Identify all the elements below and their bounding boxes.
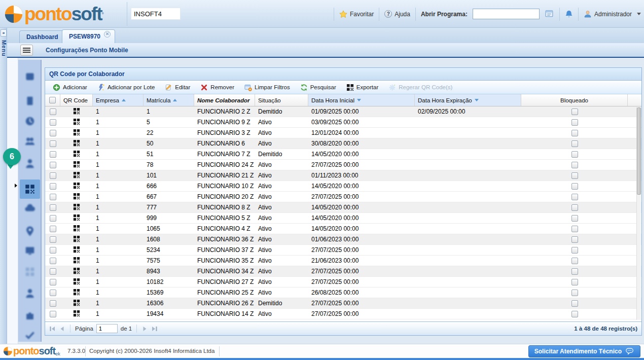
tab-psew8970[interactable]: PSEW8970 ✕ — [62, 29, 115, 43]
scrollbar-thumb[interactable] — [637, 107, 641, 195]
table-row[interactable]: 11FUNCIONARIO 2 ZDemitido01/09/2025 00:0… — [45, 106, 641, 117]
select-all-header[interactable] — [45, 94, 60, 106]
pesquisar-button[interactable]: Pesquisar — [296, 82, 341, 93]
monitor-icon[interactable] — [24, 245, 35, 256]
bloqueado-checkbox[interactable] — [571, 215, 578, 222]
bloqueado-checkbox[interactable] — [571, 151, 578, 158]
bloqueado-checkbox[interactable] — [571, 183, 578, 190]
expand-menu-button[interactable]: » — [1, 29, 7, 37]
row-checkbox[interactable] — [50, 172, 56, 179]
cloud-icon[interactable] — [24, 203, 35, 214]
tab-dashboard[interactable]: Dashboard — [19, 30, 65, 43]
table-row[interactable]: 119434FUNCIONARIO 14 ZAtivo27/07/2025 00… — [45, 309, 641, 319]
row-checkbox[interactable] — [50, 300, 56, 307]
bloqueado-checkbox[interactable] — [571, 172, 578, 179]
favorite-button[interactable]: Favoritar — [339, 10, 374, 18]
row-checkbox[interactable] — [50, 258, 56, 264]
group-icon[interactable] — [24, 136, 35, 147]
open-program-input[interactable] — [473, 9, 540, 19]
bloqueado-checkbox[interactable] — [571, 119, 578, 126]
workspace-field[interactable]: INSOFT4 — [131, 8, 181, 20]
column-header-matricula[interactable]: Matrícula — [144, 94, 194, 106]
person-icon[interactable] — [24, 158, 35, 169]
row-checkbox[interactable] — [50, 311, 56, 317]
table-row[interactable]: 116306FUNCIONARIO 26 ZDemitido27/07/2025… — [45, 298, 641, 309]
document-icon[interactable] — [24, 95, 35, 106]
user-menu[interactable]: Administrador — [584, 10, 632, 18]
row-checkbox[interactable] — [50, 130, 56, 136]
row-checkbox[interactable] — [50, 204, 56, 211]
bloqueado-checkbox[interactable] — [571, 194, 578, 200]
row-checkbox[interactable] — [50, 215, 56, 222]
column-header-qr[interactable]: QR Code — [60, 94, 93, 106]
row-checkbox[interactable] — [50, 279, 56, 285]
bloqueado-checkbox[interactable] — [571, 279, 578, 285]
row-checkbox[interactable] — [50, 151, 56, 158]
row-checkbox[interactable] — [50, 226, 56, 232]
user-icon[interactable] — [24, 288, 35, 299]
table-row[interactable]: 1101FUNCIONARIO 21 ZAtivo01/11/2023 00:0… — [45, 170, 641, 181]
check-icon[interactable] — [24, 330, 35, 341]
puzzle-icon[interactable] — [24, 310, 35, 321]
grid-icon[interactable] — [24, 266, 35, 277]
table-row[interactable]: 11065FUNCIONARIO 4 ZAtivo14/05/2020 00:0… — [45, 224, 641, 234]
rail-collapse-arrow-icon[interactable] — [15, 184, 17, 188]
clock-icon[interactable] — [24, 116, 35, 127]
column-header-expiracao[interactable]: Data Hora Expiração — [415, 94, 521, 106]
table-row[interactable]: 1666FUNCIONARIO 10 ZAtivo14/05/2020 00:0… — [45, 181, 641, 192]
table-row[interactable]: 11608FUNCIONARIO 36 ZAtivo01/06/2023 00:… — [45, 234, 641, 245]
exportar-button[interactable]: Exportar — [342, 82, 383, 93]
row-checkbox[interactable] — [50, 268, 56, 275]
rail-item-qrcode-selected[interactable] — [20, 179, 40, 199]
hamburger-menu-button[interactable] — [20, 45, 33, 56]
bloqueado-checkbox[interactable] — [571, 311, 578, 317]
row-checkbox[interactable] — [50, 290, 56, 296]
table-row[interactable]: 15234FUNCIONARIO 37 ZAtivo27/07/2025 00:… — [45, 245, 641, 256]
bloqueado-checkbox[interactable] — [571, 130, 578, 136]
row-checkbox[interactable] — [50, 236, 56, 243]
bloqueado-checkbox[interactable] — [571, 109, 578, 115]
table-row[interactable]: 1667FUNCIONARIO 20 ZAtivo27/07/2025 00:0… — [45, 192, 641, 202]
chevron-down-icon[interactable] — [637, 13, 641, 15]
table-row[interactable]: 17575FUNCIONARIO 35 ZAtivo21/06/2023 00:… — [45, 256, 641, 266]
select-all-checkbox[interactable] — [49, 97, 56, 103]
location-pin-icon[interactable] — [24, 226, 35, 237]
column-header-nome[interactable]: Nome Colaborador — [194, 94, 255, 106]
west-splitter[interactable] — [7, 58, 18, 344]
row-checkbox[interactable] — [50, 140, 56, 147]
limpar-filtros-button[interactable]: Limpar Filtros — [240, 82, 295, 93]
bloqueado-checkbox[interactable] — [571, 140, 578, 147]
vertical-scrollbar[interactable] — [636, 107, 641, 320]
page-number-input[interactable] — [96, 324, 118, 333]
close-icon[interactable]: ✕ — [104, 31, 111, 38]
column-header-bloqueado[interactable]: Bloqueado — [521, 94, 628, 106]
table-row[interactable]: 15FUNCIONARIO 9 ZAtivo03/09/2025 00:00 — [45, 117, 641, 128]
table-row[interactable]: 1777FUNCIONARIO 8 ZAtivo14/05/2020 00:00 — [45, 202, 641, 213]
bloqueado-checkbox[interactable] — [571, 204, 578, 211]
table-row[interactable]: 122FUNCIONARIO 3 ZAtivo12/01/2024 00:00 — [45, 128, 641, 138]
bloqueado-checkbox[interactable] — [571, 236, 578, 243]
table-row[interactable]: 178FUNCIONARIO 24 ZAtivo27/07/2025 00:00 — [45, 160, 641, 170]
column-header-empresa[interactable]: Empresa — [93, 94, 144, 106]
row-checkbox[interactable] — [50, 119, 56, 126]
table-row[interactable]: 151FUNCIONARIO 7 ZDemitido14/05/2020 00:… — [45, 149, 641, 160]
row-checkbox[interactable] — [50, 109, 56, 115]
building-icon[interactable] — [24, 71, 35, 82]
bloqueado-checkbox[interactable] — [571, 258, 578, 264]
column-header-situacao[interactable]: Situação — [255, 94, 308, 106]
adicionar-por-lote-button[interactable]: Adicionar por Lote — [93, 82, 159, 93]
row-checkbox[interactable] — [50, 247, 56, 254]
adicionar-button[interactable]: Adicionar — [48, 82, 92, 93]
bloqueado-checkbox[interactable] — [571, 226, 578, 232]
remover-button[interactable]: Remover — [196, 82, 239, 93]
bloqueado-checkbox[interactable] — [571, 268, 578, 275]
bloqueado-checkbox[interactable] — [571, 162, 578, 168]
table-row[interactable]: 115369FUNCIONARIO 25 ZAtivo26/08/2025 00… — [45, 287, 641, 298]
bloqueado-checkbox[interactable] — [571, 247, 578, 254]
bloqueado-checkbox[interactable] — [571, 290, 578, 296]
table-row[interactable]: 150FUNCIONARIO 6Ativo30/08/2020 00:00 — [45, 138, 641, 149]
help-button[interactable]: ? Ajuda — [384, 10, 410, 18]
menu-vertical-label[interactable]: Menu — [0, 40, 7, 57]
notifications-button[interactable] — [565, 10, 573, 18]
row-checkbox[interactable] — [50, 194, 56, 200]
